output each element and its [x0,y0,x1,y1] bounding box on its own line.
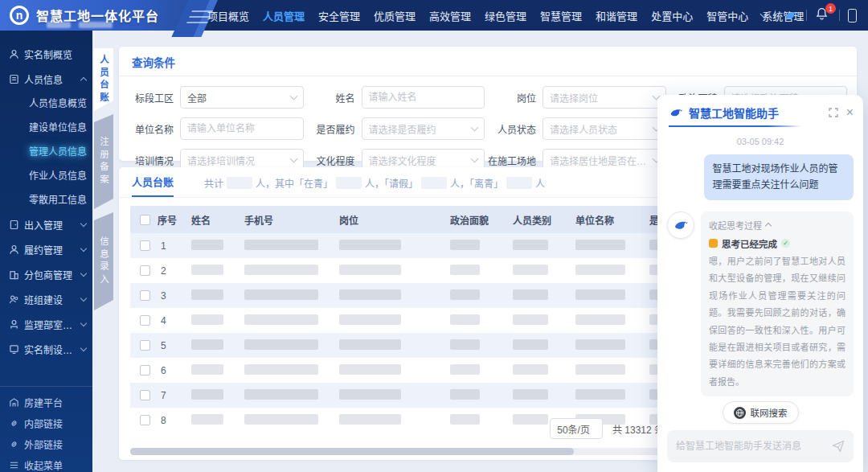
top-nav-item[interactable]: 高效管理 [429,8,471,23]
redacted-cell [339,265,401,275]
row-checkbox[interactable] [140,315,150,326]
send-icon[interactable] [832,440,845,453]
thinking-paragraph: 首先，用户之前已经了解过智慧工地通过数字化和智能化技术管理人员，现在进一步聚焦到… [709,394,845,396]
redacted-cell [244,364,318,375]
chat-input[interactable] [676,441,825,452]
globe-icon [734,407,746,419]
row-index: 5 [158,340,191,351]
thinking-bubble: 收起思考过程 思考已经完成 ✓ 嗯，用户之前问了智慧工地对人员和大型设备的管理，… [701,211,854,396]
mobile-icon[interactable] [848,9,857,23]
sidebar-item-external-links[interactable]: 外部链接 [0,433,92,454]
sidebar-item-label: 实名制设备管理 [24,343,81,356]
redacted-cell [244,265,318,275]
web-search-button[interactable]: 联网搜索 [723,401,799,424]
performance-select[interactable]: 请选择是否履约 [362,117,485,140]
person-status-select[interactable]: 请选择人员状态 [542,117,666,140]
top-nav: 项目概览 人员管理 安全管理 优质管理 高效管理 绿色管理 智慧管理 和谐管理 … [207,0,804,31]
redacted-cell [513,414,548,425]
sidebar-item-collapse-menu[interactable]: 收起菜单 [0,454,92,472]
post-select[interactable]: 请选择岗位 [542,86,666,109]
redacted-count [336,177,362,189]
sidebar: 实名制概览 人员信息 人员信息概览 建设单位信息 管理人员信息 作业人员信息 零… [0,31,92,472]
field-label: 是否履约 [304,122,362,136]
select-all-checkbox[interactable] [140,215,150,225]
sidebar-subitem-personnel-overview[interactable]: 人员信息概览 [0,92,92,116]
top-nav-item[interactable]: 和谐管理 [596,8,637,23]
redacted-cell [575,265,625,275]
chat-input-bar [667,430,854,462]
sidebar-group-access-mgmt[interactable]: 出入管理 [0,212,92,237]
query-title: 查询条件 [132,57,175,69]
close-icon[interactable]: × [846,106,854,119]
top-nav-item[interactable]: 优质管理 [374,8,416,23]
redacted-cell [450,314,480,325]
redacted-cell [450,414,480,425]
row-checkbox[interactable] [140,390,150,400]
sidebar-subitem-management-personnel[interactable]: 管理人员信息 [0,140,92,164]
row-index: 3 [158,290,191,302]
vertical-tab-registration[interactable]: 注册备案 [94,114,113,209]
scrollbar-thumb[interactable] [130,448,574,455]
sidebar-submenu: 人员信息概览 建设单位信息 管理人员信息 作业人员信息 零散用工信息 [0,92,92,212]
top-nav-item[interactable]: 人员管理 [263,8,305,23]
sidebar-group-personnel-info[interactable]: 人员信息 [0,67,92,92]
redacted-cell [513,265,548,275]
sidebar-group-subcontractor-mgmt[interactable]: 分包商管理 [0,262,92,287]
row-checkbox[interactable] [140,415,150,425]
unit-name-input-wrap [180,117,304,140]
name-input-wrap [362,86,485,109]
sidebar-group-device-mgmt[interactable]: 实名制设备管理 [0,337,92,362]
sidebar-item-internal-links[interactable]: 内部链接 [0,412,92,433]
redacted-cell [191,389,223,400]
notifications-bell-icon[interactable]: 1 [815,7,831,23]
field-label: 姓名 [304,91,362,105]
redacted-cell [450,364,480,375]
top-nav-item[interactable]: 智慧管理 [540,8,582,23]
redacted-cell [513,289,548,300]
sidebar-item-realname-overview[interactable]: 实名制概览 [0,42,92,67]
thinking-toggle[interactable]: 收起思考过程 [709,219,845,232]
row-checkbox[interactable] [140,290,150,301]
redacted-cell [513,240,548,250]
row-checkbox[interactable] [140,340,150,351]
top-nav-item[interactable]: 安全管理 [318,8,360,23]
row-index: 7 [158,390,191,401]
tab-personnel-ledger[interactable]: 人员台账 [132,174,174,197]
top-nav-item[interactable]: 绿色管理 [485,8,526,23]
row-checkbox[interactable] [140,265,150,276]
sidebar-group-performance-mgmt[interactable]: 履约管理 [0,237,92,262]
sidebar-subitem-casual-labor[interactable]: 零散用工信息 [0,188,92,212]
col-header: 单位名称 [575,213,649,227]
row-checkbox[interactable] [140,240,150,251]
col-header: 政治面貌 [450,213,513,227]
expand-icon[interactable] [829,108,838,117]
assistant-whale-icon[interactable] [784,8,798,23]
sidebar-subitem-worker-info[interactable]: 作业人员信息 [0,164,92,188]
chevron-down-icon[interactable] [760,10,768,18]
unit-name-input[interactable] [187,123,297,134]
query-panel-header: 查询条件 [119,47,857,76]
sidebar-group-team-building[interactable]: 班组建设 [0,287,92,312]
redacted-cell [339,364,401,375]
page-size-select[interactable]: 50条/页 [550,418,603,439]
redacted-cell [450,265,480,275]
top-nav-item[interactable]: 处置中心 [651,8,693,23]
sidebar-item-label: 实名制概览 [24,47,86,61]
top-nav-item[interactable]: 智管中心 [706,8,748,23]
sidebar-footer: 房建平台 内部链接 外部链接 收起菜单 [0,386,92,472]
top-nav-item[interactable]: 项目概览 [207,8,249,23]
row-checkbox[interactable] [140,365,150,376]
sidebar-subitem-construction-unit[interactable]: 建设单位信息 [0,116,92,140]
divider [806,10,807,21]
section-area-select[interactable]: 全部 [180,86,304,109]
sidebar-item-housing-platform[interactable]: 房建平台 [0,392,92,412]
assistant-whale-icon [669,105,683,120]
row-index: 1 [158,240,191,252]
sidebar-group-supervision-dept[interactable]: 监理部室建设 [0,312,92,337]
vertical-tab-info-entry[interactable]: 信息录入 [94,212,113,310]
user-message-bubble: 智慧工地对现场作业人员的管理需要重点关注什么问题 [704,154,854,200]
vertical-tab-personnel-ledger[interactable]: 人员台账 [94,48,113,111]
name-input[interactable] [369,92,478,103]
row-index: 4 [158,315,191,326]
chevron-down-icon [80,270,87,277]
